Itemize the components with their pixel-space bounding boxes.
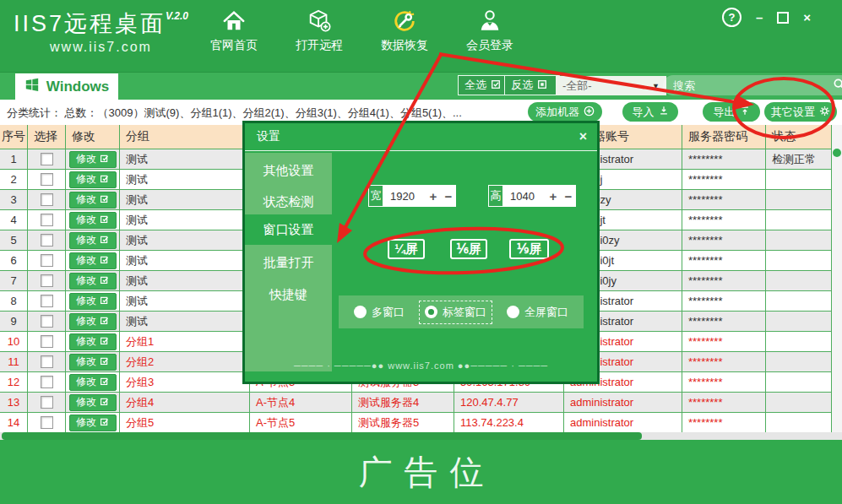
radio-1-selected[interactable]: 标签窗口: [420, 301, 492, 323]
table-header-cell: 修改: [66, 125, 120, 149]
invert-select-button[interactable]: 反选: [504, 75, 560, 95]
edit-button[interactable]: 修改: [69, 232, 117, 249]
checkbox[interactable]: [41, 153, 53, 165]
screen-split-button-2[interactable]: ⅑屏: [509, 239, 549, 259]
checkbox[interactable]: [41, 193, 53, 206]
edit-button[interactable]: 修改: [69, 293, 117, 310]
checkbox[interactable]: [41, 355, 53, 368]
width-label: 宽: [368, 185, 383, 207]
height-value[interactable]: 1040: [503, 190, 546, 203]
select-all-icon: [491, 79, 501, 92]
row-checkbox: [28, 332, 66, 351]
checkbox[interactable]: [41, 295, 53, 307]
cell-password: ********: [682, 332, 766, 351]
checkbox[interactable]: [41, 173, 53, 186]
cell-server: 测试服务器4: [352, 393, 454, 412]
edit-button[interactable]: 修改: [69, 333, 117, 350]
row-checkbox: [28, 413, 66, 432]
import-button[interactable]: 导入: [622, 102, 678, 122]
edit-button[interactable]: 修改: [69, 212, 117, 229]
dialog-menu-item-1[interactable]: 状态检测: [245, 192, 332, 212]
checkbox[interactable]: [41, 376, 53, 388]
table-header-cell: 分组: [120, 125, 250, 149]
width-stepper: 宽 1920 + −: [368, 185, 456, 207]
maximize-icon[interactable]: [777, 12, 789, 24]
edit-button[interactable]: 修改: [69, 171, 117, 188]
row-edit: 修改: [66, 149, 120, 169]
vertical-scrollbar[interactable]: [832, 125, 842, 433]
edit-check-icon: [100, 235, 109, 247]
row-number: 7: [0, 271, 28, 290]
cell-group: 测试: [120, 230, 250, 250]
cell-status: [766, 291, 832, 311]
dialog-menu-item-4[interactable]: 快捷键: [245, 285, 332, 305]
nav-item-3[interactable]: 会员登录: [461, 7, 519, 53]
width-plus-button[interactable]: +: [426, 189, 441, 203]
edit-button[interactable]: 修改: [69, 354, 117, 371]
help-icon[interactable]: ?: [722, 8, 742, 27]
search-icon[interactable]: [833, 78, 842, 94]
checkbox[interactable]: [41, 416, 53, 429]
radio-2[interactable]: 全屏窗口: [502, 301, 573, 323]
edit-button[interactable]: 修改: [69, 192, 117, 209]
edit-check-icon: [100, 214, 109, 226]
search-input[interactable]: [671, 79, 833, 93]
height-stepper: 高 1040 + −: [488, 185, 576, 207]
edit-check-icon: [100, 417, 109, 429]
width-minus-button[interactable]: −: [441, 189, 456, 203]
checkbox[interactable]: [41, 396, 53, 409]
group-filter-dropdown[interactable]: -全部- ▼: [556, 76, 666, 95]
dialog-menu-item-3[interactable]: 批量打开: [245, 252, 332, 273]
cell-status: [766, 352, 832, 371]
edit-button[interactable]: 修改: [69, 313, 117, 330]
cell-password: ********: [682, 413, 766, 432]
checkbox[interactable]: [41, 274, 53, 287]
height-plus-button[interactable]: +: [546, 189, 561, 203]
edit-button[interactable]: 修改: [69, 394, 117, 411]
nav-item-0[interactable]: 官网首页: [205, 7, 263, 53]
edit-button[interactable]: 修改: [69, 151, 117, 168]
radio-label: 全屏窗口: [524, 305, 568, 320]
vertical-scrollbar-thumb[interactable]: [833, 149, 841, 157]
other-settings-button[interactable]: 其它设置: [764, 102, 837, 122]
category-summary: 分类统计： 总数：（3009）测试(9)、分组1(1)、分组2(1)、分组3(1…: [7, 106, 462, 121]
edit-button[interactable]: 修改: [69, 374, 117, 391]
edit-button[interactable]: 修改: [69, 415, 117, 431]
checkbox[interactable]: [41, 234, 53, 247]
checkbox[interactable]: [41, 254, 53, 267]
nav-item-1[interactable]: 打开远程: [291, 7, 348, 53]
nav-item-2[interactable]: 数据恢复: [376, 7, 433, 53]
cell-group: 测试: [120, 149, 250, 169]
checkbox[interactable]: [41, 335, 53, 348]
screen-split-button-0[interactable]: ¼屏: [388, 239, 425, 259]
checkbox[interactable]: [41, 315, 53, 328]
row-edit: 修改: [66, 393, 120, 412]
radio-0[interactable]: 多窗口: [349, 301, 410, 323]
export-button[interactable]: 导出: [703, 102, 760, 122]
add-machine-button[interactable]: 添加机器: [528, 102, 602, 122]
edit-button[interactable]: 修改: [69, 273, 117, 290]
checkbox[interactable]: [41, 214, 53, 226]
cell-ip: 113.74.223.4: [454, 413, 564, 432]
width-value[interactable]: 1920: [383, 190, 426, 203]
close-icon[interactable]: ×: [803, 11, 811, 24]
height-label: 高: [488, 185, 503, 207]
horizontal-scrollbar-thumb[interactable]: [2, 432, 642, 440]
radio-icon: [354, 306, 367, 318]
row-edit: 修改: [66, 251, 120, 270]
dialog-menu-item-2-selected[interactable]: 窗口设置: [245, 219, 332, 240]
dialog-close-icon[interactable]: ×: [579, 129, 587, 144]
cell-group: 分组2: [120, 352, 250, 371]
tab-windows[interactable]: Windows: [15, 73, 118, 100]
cell-group: 分组3: [120, 372, 250, 392]
height-minus-button[interactable]: −: [561, 189, 576, 203]
cell-group: 测试: [120, 251, 250, 270]
screen-split-button-1[interactable]: ⅙屏: [450, 239, 487, 259]
row-number: 6: [0, 251, 28, 270]
row-edit: 修改: [66, 170, 120, 189]
minimize-icon[interactable]: –: [756, 11, 763, 24]
edit-button[interactable]: 修改: [69, 252, 117, 269]
dialog-menu-item-0[interactable]: 其他设置: [245, 160, 332, 181]
nav-label: 官网首页: [210, 38, 258, 53]
row-checkbox: [28, 251, 66, 270]
